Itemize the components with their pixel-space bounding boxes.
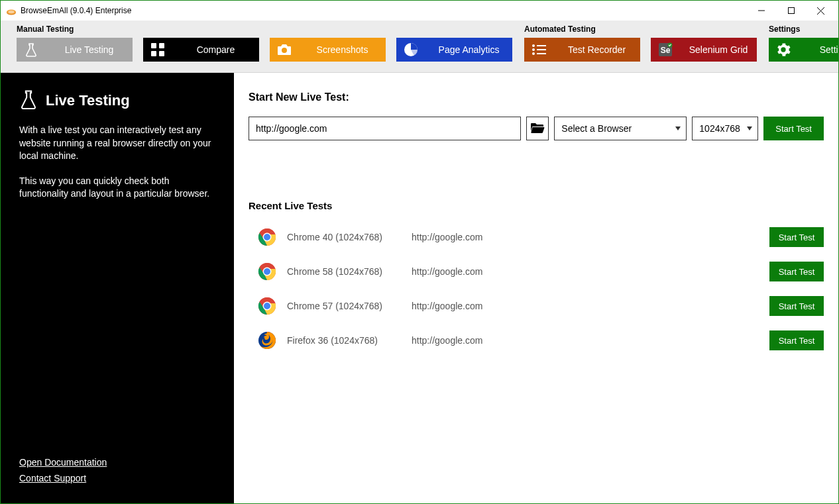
minimize-button[interactable] xyxy=(746,1,776,20)
url-input[interactable] xyxy=(249,117,521,140)
recent-tests-list: Chrome 40 (1024x768)http://google.comSta… xyxy=(249,226,824,352)
chrome-icon xyxy=(258,228,276,246)
selenium-icon: Se xyxy=(651,38,680,62)
window-title: BrowseEmAll (9.0.4) Enterprise xyxy=(21,6,131,15)
recent-start-test-button[interactable]: Start Test xyxy=(769,296,824,316)
firefox-icon xyxy=(258,331,276,350)
recent-test-browser: Firefox 36 (1024x768) xyxy=(287,335,412,346)
start-test-button[interactable]: Start Test xyxy=(763,117,824,140)
screenshots-label: Screenshots xyxy=(299,44,386,55)
toolbar-automated-section: Automated Testing Test Recorder Se Selen… xyxy=(524,25,757,62)
recent-test-url: http://google.com xyxy=(412,266,769,277)
recent-start-test-button[interactable]: Start Test xyxy=(769,262,824,281)
grid-icon xyxy=(143,38,172,62)
toolbar: Manual Testing Live Testing Compare Scre… xyxy=(1,21,838,73)
recent-start-test-button[interactable]: Start Test xyxy=(769,227,824,247)
pie-chart-icon xyxy=(396,38,425,62)
recent-test-url: http://google.com xyxy=(412,232,769,242)
toolbar-manual-section: Manual Testing Live Testing Compare Scre… xyxy=(17,25,512,62)
svg-rect-9 xyxy=(151,51,156,56)
list-icon xyxy=(524,38,553,62)
selenium-grid-label: Selenium Grid xyxy=(680,44,757,55)
folder-open-icon xyxy=(530,122,545,136)
svg-point-13 xyxy=(532,44,535,47)
start-new-test-heading: Start New Live Test: xyxy=(249,91,824,103)
compare-label: Compare xyxy=(172,44,259,55)
sidebar-heading-row: Live Testing xyxy=(19,89,218,112)
recent-test-url: http://google.com xyxy=(412,335,769,346)
screenshots-button[interactable]: Screenshots xyxy=(270,38,386,62)
settings-button[interactable]: Settings xyxy=(769,38,839,62)
recent-test-url: http://google.com xyxy=(412,301,769,311)
maximize-button[interactable] xyxy=(776,1,806,20)
recent-test-browser: Chrome 40 (1024x768) xyxy=(287,232,412,242)
flask-icon xyxy=(17,38,46,62)
main-area: Live Testing With a live test you can in… xyxy=(1,73,838,503)
recent-test-browser: Chrome 58 (1024x768) xyxy=(287,266,412,277)
svg-point-11 xyxy=(282,48,287,53)
live-testing-button[interactable]: Live Testing xyxy=(17,38,133,62)
sidebar-title: Live Testing xyxy=(46,92,130,109)
open-documentation-link[interactable]: Open Documentation xyxy=(19,457,218,468)
svg-rect-4 xyxy=(788,8,794,14)
selenium-grid-button[interactable]: Se Selenium Grid xyxy=(651,38,757,62)
test-recorder-button[interactable]: Test Recorder xyxy=(524,38,640,62)
svg-rect-8 xyxy=(159,43,164,48)
content-area: Start New Live Test: Select a Browser 10… xyxy=(234,73,838,503)
svg-rect-18 xyxy=(537,53,546,54)
toolbar-automated-label: Automated Testing xyxy=(524,25,757,34)
browser-select[interactable]: Select a Browser xyxy=(554,117,687,140)
recent-start-test-button[interactable]: Start Test xyxy=(769,330,824,350)
svg-rect-16 xyxy=(537,49,546,50)
recent-test-row: Chrome 58 (1024x768)http://google.comSta… xyxy=(249,260,824,283)
gear-icon xyxy=(769,38,798,62)
svg-point-2 xyxy=(9,11,15,13)
chrome-icon xyxy=(258,262,276,281)
recent-test-row: Firefox 36 (1024x768)http://google.comSt… xyxy=(249,329,824,352)
toolbar-manual-label: Manual Testing xyxy=(17,25,512,34)
resolution-select[interactable]: 1024x768 xyxy=(692,117,758,140)
sidebar-paragraph-2: This way you can quickly check both func… xyxy=(19,175,218,201)
app-icon xyxy=(6,5,17,16)
sidebar: Live Testing With a live test you can in… xyxy=(1,73,234,503)
flask-icon xyxy=(19,89,38,112)
camera-icon xyxy=(270,38,299,62)
recent-tests-heading: Recent Live Tests xyxy=(249,200,824,211)
svg-rect-14 xyxy=(537,45,546,46)
compare-button[interactable]: Compare xyxy=(143,38,259,62)
chrome-icon xyxy=(258,297,276,315)
svg-point-15 xyxy=(532,48,535,51)
test-recorder-label: Test Recorder xyxy=(553,44,640,55)
settings-label: Settings xyxy=(798,44,839,55)
start-new-test-row: Select a Browser 1024x768 Start Test xyxy=(249,117,824,140)
svg-rect-10 xyxy=(159,51,164,56)
recent-test-browser: Chrome 57 (1024x768) xyxy=(287,301,412,311)
recent-test-row: Chrome 40 (1024x768)http://google.comSta… xyxy=(249,226,824,248)
page-analytics-label: Page Analytics xyxy=(425,44,512,55)
titlebar: BrowseEmAll (9.0.4) Enterprise xyxy=(1,1,838,21)
toolbar-settings-section: Settings Settings xyxy=(769,25,839,62)
svg-point-17 xyxy=(532,52,535,55)
recent-test-row: Chrome 57 (1024x768)http://google.comSta… xyxy=(249,295,824,317)
toolbar-settings-group-label: Settings xyxy=(769,25,839,34)
svg-rect-7 xyxy=(151,43,156,48)
page-analytics-button[interactable]: Page Analytics xyxy=(396,38,512,62)
sidebar-paragraph-1: With a live test you can interactively t… xyxy=(19,124,218,163)
live-testing-label: Live Testing xyxy=(46,44,133,55)
close-button[interactable] xyxy=(806,1,836,20)
open-file-button[interactable] xyxy=(526,117,549,140)
contact-support-link[interactable]: Contact Support xyxy=(19,473,218,483)
